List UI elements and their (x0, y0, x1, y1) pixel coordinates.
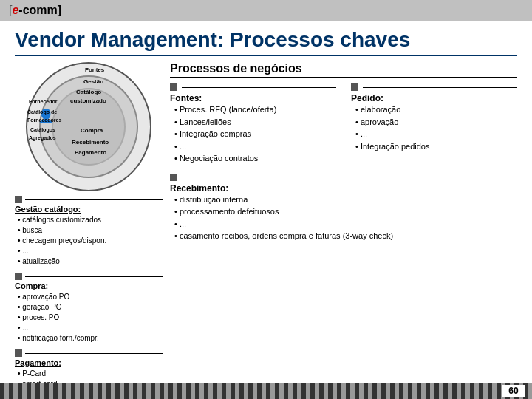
gestao-connector (15, 196, 22, 203)
list-item: atualização (18, 256, 163, 267)
brand-title: [e-comm] (9, 4, 61, 17)
list-item: geração PO (18, 302, 163, 313)
right-panel: Processos de negócios Fontes: Proces. RF… (170, 62, 517, 399)
top-bar: [e-comm] (0, 0, 532, 21)
recebimento-line (182, 177, 517, 177)
brand-text: -comm] (18, 4, 61, 16)
recebimento-section: Recebimento: distribuição interna proces… (170, 174, 517, 242)
recebimento-title: Recebimento: (170, 183, 517, 194)
list-item: P-Card (18, 369, 163, 379)
label-catalogos: Catálogos (30, 127, 55, 133)
main-content: Vendor Management: Processos chaves 👤 Fo… (0, 21, 532, 399)
list-item: ... (355, 128, 517, 140)
list-item: catálogos customizados (18, 215, 163, 225)
label-compra: Compra (81, 127, 103, 134)
list-item: Negociação contratos (174, 152, 336, 165)
page-title: Vendor Management: Processos chaves (15, 28, 517, 56)
ellipse-diagram: 👤 Fornecedor Catálogo de Fornecedores Ca… (26, 62, 151, 191)
recebimento-square (170, 174, 177, 181)
fontes-title: Fontes: (170, 93, 336, 103)
list-item: Proces. RFQ (lance/oferta) (174, 103, 336, 116)
gestao-section: Gestão catálogo: catálogos customizados … (15, 196, 163, 267)
page-number: 60 (502, 385, 525, 397)
label-agregados: Agregados (29, 135, 56, 141)
bottom-bar: 60 (0, 383, 532, 399)
recebimento-list: distribuição interna processamento defei… (170, 194, 517, 242)
pedido-list: elaboração aprovação ... Integração pedi… (351, 103, 517, 152)
pedido-header (351, 83, 517, 91)
label-recebimento: Recebimento (72, 139, 109, 146)
list-item: ... (18, 323, 163, 333)
pagamento-connector (15, 349, 22, 357)
list-item: notificação forn./compr. (18, 333, 163, 344)
label-catalogo-r: Catálogo (76, 89, 101, 96)
label-fontes: Fontes (85, 66, 104, 74)
label-catalogo-de: Catálogo de (27, 109, 57, 115)
list-item: ... (174, 218, 517, 231)
left-panel: 👤 Fornecedor Catálogo de Fornecedores Ca… (15, 62, 163, 399)
list-item: busca (18, 225, 163, 236)
fontes-section: Fontes: Proces. RFQ (lance/oferta) Lance… (170, 83, 336, 165)
compra-title: Compra: (15, 282, 163, 290)
pedido-line (363, 87, 517, 88)
list-item: casamento recibos, ordens compra e fatur… (174, 230, 517, 242)
pedido-section: Pedido: elaboração aprovação ... Integra… (351, 83, 517, 165)
fontes-square (170, 83, 177, 91)
compra-list: aprovação PO geração PO proces. PO ... n… (15, 292, 163, 344)
pagamento-title: Pagamento: (15, 358, 163, 367)
label-gestao: Gestão (83, 78, 103, 86)
left-lists: Gestão catálogo: catálogos customizados … (15, 196, 163, 399)
list-item: checagem preços/dispon. (18, 236, 163, 246)
list-item: ... (174, 140, 336, 153)
fontes-list: Proces. RFQ (lance/oferta) Lances/leilõe… (170, 103, 336, 165)
label-fornecedores: Fornecedores (27, 117, 61, 123)
list-item: elaboração (355, 103, 517, 116)
list-item: proces. PO (18, 313, 163, 323)
label-customizado: customizado (70, 98, 106, 105)
content-area: 👤 Fornecedor Catálogo de Fornecedores Ca… (15, 62, 517, 399)
pedido-title: Pedido: (351, 93, 517, 103)
compra-section: Compra: aprovação PO geração PO proces. … (15, 273, 163, 344)
list-item: distribuição interna (174, 194, 517, 206)
list-item: processamento defeituosos (174, 205, 517, 218)
fontes-line (182, 87, 336, 88)
list-item: Integração compras (174, 128, 336, 140)
right-panel-title: Processos de negócios (170, 62, 517, 78)
pedido-square (351, 83, 358, 91)
right-sections: Fontes: Proces. RFQ (lance/oferta) Lance… (170, 83, 517, 248)
label-fornecedor: Fornecedor (29, 99, 58, 105)
gestao-title: Gestão catálogo: (15, 205, 163, 214)
list-item: Integração pedidos (355, 140, 517, 153)
label-pagamento: Pagamento (75, 149, 106, 157)
gestao-list: catálogos customizados busca checagem pr… (15, 215, 163, 267)
list-item: aprovação PO (18, 292, 163, 302)
fontes-header (170, 83, 336, 91)
recebimento-header (170, 174, 517, 181)
list-item: Lances/leilões (174, 116, 336, 129)
list-item: aprovação (355, 116, 517, 129)
list-item: ... (18, 246, 163, 256)
compra-connector (15, 273, 22, 280)
